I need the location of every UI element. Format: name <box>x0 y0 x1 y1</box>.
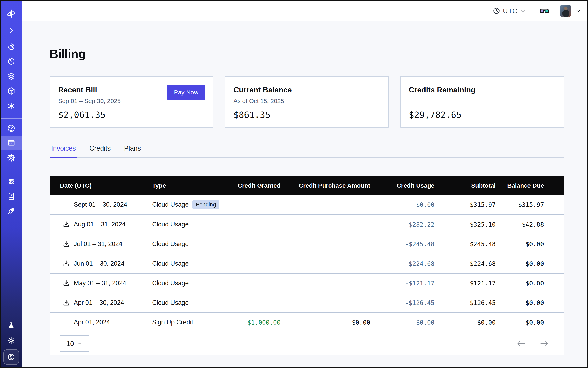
download-icon <box>62 299 70 307</box>
subtotal: $126.45 <box>434 299 496 306</box>
sidebar-item-launch[interactable] <box>1 203 22 218</box>
download-invoice-button[interactable] <box>62 279 70 287</box>
invoice-type: Sign Up Credit <box>152 319 193 326</box>
credit-usage: $0.00 <box>370 201 434 208</box>
page-size-select[interactable]: 10 <box>60 335 89 352</box>
sidebar-item-docs[interactable] <box>1 189 22 203</box>
asterisk-icon <box>7 101 16 110</box>
sidebar-item-support[interactable] <box>1 174 22 189</box>
pay-now-button[interactable]: Pay Now <box>167 85 205 100</box>
column-header-type: Type <box>146 182 234 189</box>
download-icon <box>62 220 70 229</box>
history-timer-icon <box>7 57 16 66</box>
dollar-credits-icon <box>7 352 16 362</box>
column-header-credit-usage: Credit Usage <box>370 182 434 189</box>
invoice-type: Cloud Usage <box>152 221 189 228</box>
table-row: Jul 01 – 31, 2024 Cloud Usage -$245.48 $… <box>50 234 563 254</box>
invoice-type: Cloud Usage <box>152 279 189 287</box>
sidebar-item-collapse[interactable] <box>1 23 22 38</box>
column-header-credit-granted: Credit Granted <box>234 182 280 189</box>
chevron-down-icon <box>575 8 581 14</box>
balance-due: $42.88 <box>496 221 563 228</box>
flask-icon <box>7 321 16 330</box>
timezone-selector[interactable]: UTC <box>493 7 526 15</box>
card-subtitle: Sep 01 – Sep 30, 2025 <box>58 98 121 104</box>
chevron-down-icon <box>520 8 526 14</box>
app-window: UTC Billing Recent Bill Sep 01 <box>0 0 588 368</box>
sidebar-item-logo[interactable] <box>1 6 22 21</box>
sidebar-item-theme[interactable] <box>1 333 22 348</box>
table-pagination: 10 <box>50 332 563 355</box>
card-title: Current Balance <box>234 86 292 94</box>
sidebar-divider <box>1 118 22 119</box>
download-icon <box>62 279 70 287</box>
credits-remaining-card: Credits Remaining $29,782.65 <box>400 76 564 128</box>
invoice-date: Jul 01 – 31, 2024 <box>74 240 122 248</box>
sidebar-item-experiments[interactable] <box>1 318 22 333</box>
account-menu-chevron[interactable] <box>575 8 581 14</box>
credit-usage: -$121.17 <box>370 280 434 287</box>
table-row: Aug 01 – 31, 2024 Cloud Usage -$282.22 $… <box>50 214 563 234</box>
invoice-type: Cloud Usage <box>152 240 189 248</box>
download-invoice-button[interactable] <box>62 299 70 307</box>
sidebar-item-settings[interactable] <box>1 150 22 165</box>
sidebar-item-functions[interactable] <box>1 99 22 113</box>
spiral-eye-icon <box>7 42 16 51</box>
page-size-value: 10 <box>66 340 74 348</box>
ship-wheel-icon <box>7 177 16 186</box>
page-title: Billing <box>50 47 564 61</box>
subtotal: $0.00 <box>434 319 496 326</box>
timezone-label: UTC <box>503 7 517 15</box>
sidebar-item-usage[interactable] <box>1 121 22 136</box>
rocket-icon <box>7 206 16 215</box>
card-amount: $861.35 <box>234 110 270 120</box>
invoice-type: Cloud Usage <box>152 299 189 306</box>
column-header-subtotal: Subtotal <box>434 182 496 189</box>
sidebar-item-live[interactable] <box>1 39 22 54</box>
tab-credits[interactable]: Credits <box>88 142 112 158</box>
chevron-down-icon <box>77 341 82 346</box>
docs-book-icon <box>7 192 16 201</box>
invoice-date: Apr 01, 2024 <box>74 319 110 326</box>
card-title: Credits Remaining <box>409 86 475 94</box>
tab-invoices[interactable]: Invoices <box>50 142 77 158</box>
column-header-credit-purchase: Credit Purchase Amount <box>280 182 370 189</box>
sidebar-item-history[interactable] <box>1 54 22 69</box>
cube-icon <box>7 86 16 95</box>
logo-icon <box>6 8 17 19</box>
invoice-date: Aug 01 – 31, 2024 <box>74 221 125 228</box>
column-header-date: Date (UTC) <box>50 182 146 189</box>
usage-gauge-icon <box>7 124 16 133</box>
prev-page-button[interactable] <box>516 340 526 347</box>
table-row: Sept 01 – 30, 2024 Cloud UsagePending $0… <box>50 195 563 214</box>
layers-icon <box>7 72 16 81</box>
card-amount: $29,782.65 <box>409 110 461 120</box>
download-icon <box>62 259 70 268</box>
sidebar-item-layers[interactable] <box>1 69 22 84</box>
download-invoice-button[interactable] <box>62 240 70 248</box>
invoice-date: Sept 01 – 30, 2024 <box>74 201 127 208</box>
invoice-type: Cloud Usage <box>152 201 189 208</box>
sidebar <box>1 1 22 367</box>
subtotal: $325.10 <box>434 221 496 228</box>
tab-plans[interactable]: Plans <box>123 142 143 158</box>
summary-cards: Recent Bill Sep 01 – Sep 30, 2025 $2,061… <box>50 76 564 128</box>
chevron-right-icon <box>7 27 15 34</box>
table-row: Jun 01 – 30, 2024 Cloud Usage -$224.68 $… <box>50 254 563 273</box>
arrow-right-icon <box>540 340 549 347</box>
credit-usage: -$224.68 <box>370 260 434 267</box>
download-invoice-button[interactable] <box>62 259 70 268</box>
invoice-date: Jun 01 – 30, 2024 <box>74 260 124 267</box>
download-invoice-button[interactable] <box>62 220 70 229</box>
subtotal: $245.48 <box>434 240 496 248</box>
sidebar-item-credits[interactable] <box>3 349 19 365</box>
next-page-button[interactable] <box>540 340 549 347</box>
theme-glasses-button[interactable] <box>539 7 550 15</box>
sidebar-item-containers[interactable] <box>1 84 22 98</box>
user-avatar[interactable] <box>560 5 571 17</box>
credit-usage: -$126.45 <box>370 299 434 306</box>
balance-due: $0.00 <box>496 319 563 326</box>
main-content: Billing Recent Bill Sep 01 – Sep 30, 202… <box>22 21 587 367</box>
current-balance-card: Current Balance As of Oct 15, 2025 $861.… <box>225 76 389 128</box>
sidebar-item-billing[interactable] <box>1 136 22 150</box>
